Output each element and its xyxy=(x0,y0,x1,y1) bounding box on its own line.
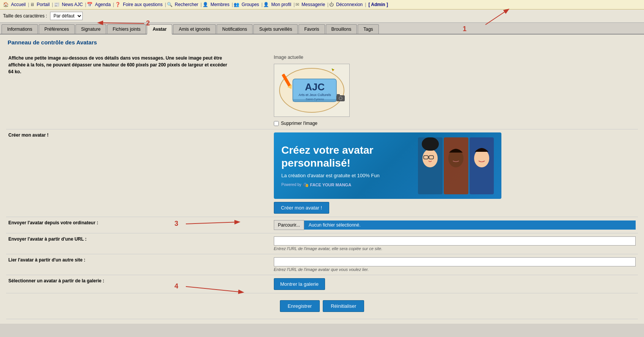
svg-text:Arts et Jeux Culturels: Arts et Jeux Culturels xyxy=(298,93,331,97)
tab-tags[interactable]: Tags xyxy=(358,24,379,34)
page-title: Panneau de contrôle des Avatars xyxy=(8,39,638,46)
link-url-hint: Entrez l'URL de l'image avatar que vous … xyxy=(274,267,636,272)
nav-rechercher[interactable]: Rechercher xyxy=(173,2,200,7)
creer-value-cell: Créez votre avatar personnalisé! La créa… xyxy=(272,129,638,217)
top-navigation: 🏠Accueil | 🖥Portail | 📰News AJC | 📅Agend… xyxy=(0,0,644,9)
face-illustrations xyxy=(418,137,494,194)
tab-brouillons[interactable]: Brouillons xyxy=(326,24,357,34)
action-buttons-cell: Enregistrer Réinitialiser xyxy=(6,293,638,319)
nav-groupes[interactable]: Groupes xyxy=(240,2,261,7)
tab-notifications[interactable]: Notifications xyxy=(217,24,253,34)
nav-portail[interactable]: Portail xyxy=(35,2,51,7)
link-url-label: Lier l'avatar à partir d'un autre site : xyxy=(8,257,85,263)
upload-url-input[interactable] xyxy=(274,236,636,246)
tab-informations[interactable]: Informations xyxy=(2,24,38,34)
creer-label-cell: Créer mon avatar ! xyxy=(6,129,272,217)
description-cell: Affiche une petite image au-dessous de v… xyxy=(6,52,272,129)
file-upload-row: Parcourir... Aucun fichier sélectionné. xyxy=(274,220,636,230)
gallery-label: Sélectionner un avatar à partir de la ga… xyxy=(8,278,104,283)
gallery-value-cell: Montrer la galerie xyxy=(272,275,638,293)
description-text: Affiche une petite image au-dessous de v… xyxy=(8,55,228,75)
home-icon: 🏠 xyxy=(3,2,9,7)
parcourir-button[interactable]: Parcourir... xyxy=(274,220,304,230)
svg-point-23 xyxy=(474,149,489,167)
supprimer-checkbox[interactable] xyxy=(274,121,279,126)
profile-icon: 👤 xyxy=(263,2,269,7)
nav-messagerie[interactable]: Messagerie xyxy=(300,2,327,7)
banner-faces xyxy=(418,137,494,194)
news-icon: 📰 xyxy=(54,2,60,7)
tab-preferences[interactable]: Préférences xyxy=(39,24,75,34)
image-actuelle-label: Image actuelle xyxy=(274,55,636,60)
upload-ordi-label: Envoyer l'avatar depuis votre ordinateur… xyxy=(8,220,98,225)
svg-line-13 xyxy=(332,69,333,70)
image-actuelle-cell: Image actuelle AJC xyxy=(272,52,638,129)
nav-deconnexion[interactable]: Déconnexion xyxy=(335,2,364,7)
banner-powered: Powered by 🎭 FACE YOUR MANGA xyxy=(281,182,418,187)
svg-text:AJC: AJC xyxy=(305,81,325,93)
groups-icon: 👥 xyxy=(234,2,239,7)
faq-icon: ❓ xyxy=(115,2,121,7)
nav-agenda[interactable]: Agenda xyxy=(93,2,112,7)
tab-fichiers-joints[interactable]: Fichiers joints xyxy=(107,24,146,34)
svg-point-15 xyxy=(423,149,438,167)
agenda-icon: 📅 xyxy=(87,2,93,7)
nav-accueil[interactable]: Accueil xyxy=(9,2,27,7)
upload-url-hint: Entrez l'URL de l'image avatar, elle ser… xyxy=(274,246,636,251)
creer-button-row: Créer mon avatar ! xyxy=(274,202,636,214)
nav-admin[interactable]: [ Admin ] xyxy=(367,2,390,7)
search-icon: 🔍 xyxy=(167,2,173,7)
link-url-label-cell: Lier l'avatar à partir d'un autre site : xyxy=(6,254,272,275)
tab-favoris[interactable]: Favoris xyxy=(298,24,325,34)
fontsize-label: Taille des caractères : xyxy=(3,13,47,19)
banner-text: Créez votre avatar personnalisé! La créa… xyxy=(281,144,418,187)
action-buttons: Enregistrer Réinitialiser xyxy=(8,296,636,316)
nav-monprofil[interactable]: Mon profil xyxy=(270,2,293,7)
gallery-row: Sélectionner un avatar à partir de la ga… xyxy=(6,275,638,293)
save-button[interactable]: Enregistrer xyxy=(280,300,320,312)
fontsize-bar: Taille des caractères : Par défaut Petit… xyxy=(0,9,644,23)
main-content: Panneau de contrôle des Avatars Affiche … xyxy=(0,35,644,324)
upload-ordi-row: Envoyer l'avatar depuis votre ordinateur… xyxy=(6,217,638,233)
link-url-input[interactable] xyxy=(274,257,636,266)
tab-sujets-surveilles[interactable]: Sujets surveillés xyxy=(253,24,298,34)
avatar-form: Affiche une petite image au-dessous de v… xyxy=(6,52,638,319)
suppress-row: Supprimer l'image xyxy=(274,121,636,126)
nav-faq[interactable]: Foire aux questions xyxy=(121,2,164,7)
avatar-creator-banner: Créez votre avatar personnalisé! La créa… xyxy=(274,132,501,199)
creer-label: Créer mon avatar ! xyxy=(8,132,49,138)
gallery-button[interactable]: Montrer la galerie xyxy=(274,278,325,290)
ajc-logo-image: AJC Arts et Jeux Culturels Saint-Cyriens xyxy=(276,66,348,115)
creer-avatar-button[interactable]: Créer mon avatar ! xyxy=(274,202,329,214)
reset-button[interactable]: Réinitialiser xyxy=(323,300,364,312)
nav-membres[interactable]: Membres xyxy=(209,2,231,7)
action-buttons-row: Enregistrer Réinitialiser xyxy=(6,293,638,319)
creer-avatar-row: Créer mon avatar ! Créez votre avatar pe… xyxy=(6,129,638,217)
fontsize-select[interactable]: Par défaut Petit Moyen Grand xyxy=(50,12,83,20)
members-icon: 👤 xyxy=(203,2,208,7)
svg-point-10 xyxy=(339,97,342,99)
banner-subtitle: La création d'avatar est gratuite et 100… xyxy=(281,173,418,178)
upload-url-label-cell: Envoyer l'avatar à partir d'une URL : xyxy=(6,233,272,254)
tab-amis-ignores[interactable]: Amis et ignorés xyxy=(173,24,216,34)
supprimer-label: Supprimer l'image xyxy=(281,121,317,126)
upload-ordi-label-cell: Envoyer l'avatar depuis votre ordinateur… xyxy=(6,217,272,233)
tab-avatar[interactable]: Avatar xyxy=(147,24,172,35)
upload-url-value-cell: Entrez l'URL de l'image avatar, elle ser… xyxy=(272,233,638,254)
image-actuelle-section: Image actuelle AJC xyxy=(274,55,636,126)
tab-signature[interactable]: Signature xyxy=(75,24,106,34)
banner-title: Créez votre avatar personnalisé! xyxy=(281,144,418,169)
upload-url-label: Envoyer l'avatar à partir d'une URL : xyxy=(8,236,86,242)
mail-icon: ✉ xyxy=(295,2,299,7)
portail-icon: 🖥 xyxy=(30,2,35,7)
svg-rect-11 xyxy=(337,94,340,96)
no-file-selected: Aucun fichier sélectionné. xyxy=(304,220,636,230)
upload-ordi-value-cell: Parcourir... Aucun fichier sélectionné. xyxy=(272,217,638,233)
nav-news[interactable]: News AJC xyxy=(60,2,84,7)
tabs-bar: Informations Préférences Signature Fichi… xyxy=(0,23,644,35)
link-url-value-cell: Entrez l'URL de l'image avatar que vous … xyxy=(272,254,638,275)
link-url-row: Lier l'avatar à partir d'un autre site :… xyxy=(6,254,638,275)
svg-rect-7 xyxy=(293,99,336,102)
upload-url-row: Envoyer l'avatar à partir d'une URL : En… xyxy=(6,233,638,254)
gallery-label-cell: Sélectionner un avatar à partir de la ga… xyxy=(6,275,272,293)
